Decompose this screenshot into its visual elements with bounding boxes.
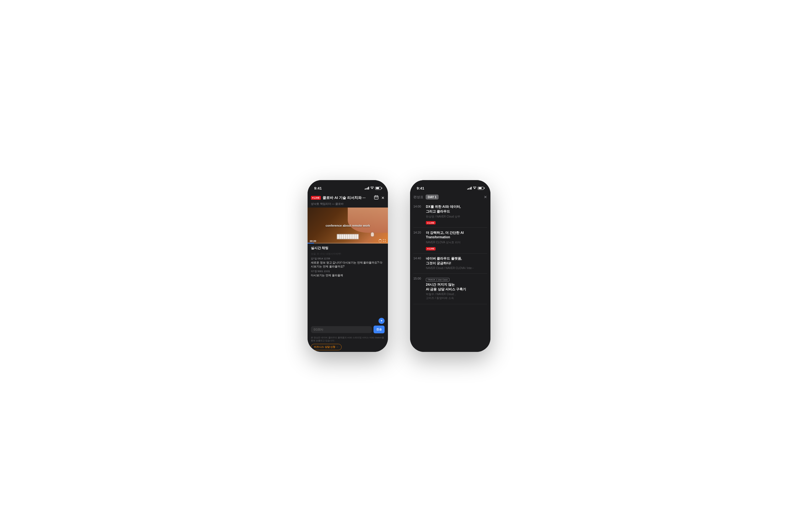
status-time-1: 9:41 — [314, 186, 322, 190]
track-badge-3: TRACK 1 Use Case — [426, 278, 450, 282]
schedule-speaker-0: 한상영 / NAVER Cloud 상무 — [426, 215, 476, 218]
notch-2 — [435, 180, 466, 188]
scroll-down-button[interactable]: ▼ — [379, 318, 385, 324]
chat-text-2: 다시보기는 언제 올라올께 — [311, 273, 385, 277]
chat-message-2: 이*정 5001 13:01 다시보기는 언제 올라올께 — [311, 270, 385, 277]
video-time: 00:20 — [310, 240, 316, 243]
schedule-item-2[interactable]: 14:40 네이버 클라우드 플랫폼,그것이 궁금하다! NAVER Cloud… — [413, 253, 487, 274]
subtitle-1: 성낙호 책임리더 — 클로바 — [307, 202, 388, 208]
wifi-icon-2 — [473, 187, 476, 190]
day-badge[interactable]: DAY 1 — [425, 194, 439, 200]
mouse-visual — [371, 232, 374, 236]
screen-1: 9:41 — [307, 180, 388, 352]
app-title-1: 클로바 AI 기술 리서치와 ··· — [323, 195, 373, 200]
schedule-time-3: 15:00 — [413, 277, 423, 302]
close-icon-1[interactable]: ✕ — [381, 196, 385, 200]
schedule-speaker-3: 박철우 / NAVER Cloud ,고미즈 / 동양미래 소속 — [426, 292, 476, 300]
schedule-item-0[interactable]: 14:00 DX를 위한 AI와 데이터,그리고 클라우드 한상영 / NAVE… — [413, 202, 487, 228]
status-time-2: 9:41 — [417, 186, 424, 190]
video-bg-1: conference about remote work — [307, 208, 388, 244]
schedule-speaker-1: NAVER CLOVA 성닉호 리더 — [426, 241, 476, 244]
live-badge-item-1: ● LIVE — [426, 247, 436, 250]
svg-rect-0 — [374, 196, 378, 199]
chat-input[interactable] — [311, 326, 372, 333]
video-area-1[interactable]: conference about remote work 00:20 — [307, 208, 388, 244]
phone-2: 9:41 — [410, 180, 491, 352]
live-badge-item-0: ● LIVE — [426, 221, 436, 225]
live-dot-1 — [312, 197, 314, 198]
status-icons-1 — [365, 187, 382, 190]
keyboard-visual — [337, 234, 359, 240]
schedule-title-3: 24시간 꺼지지 않는AI 금융 상담 서비스 구축기 — [426, 282, 487, 292]
chat-message-0: 성을 유 녀식 네명사마에뿌! — [311, 252, 385, 256]
chevron-down-icon: ▼ — [380, 320, 383, 322]
schedule-title-1: 더 강력하고, 더 간단한 AITransformation — [426, 230, 487, 240]
chat-message-1: 김*일 0814 12:59 새로운 정보 얻고 갑니다! 다시보기는 언제 올… — [311, 257, 385, 268]
signal-icon-2 — [467, 187, 472, 190]
wifi-icon-1 — [370, 187, 374, 190]
schedule-speaker-2: NAVER Cloud / NAVER CLOVA / Inte··· — [426, 267, 476, 270]
live-badge-1: LIVE — [311, 196, 321, 200]
chat-text-1: 새로운 정보 얻고 갑니다! 다시보기는 언제 올라올까요? 다시보기는 언제 … — [311, 261, 385, 268]
schedule-item-3[interactable]: 15:00 TRACK 1 Use Case 24시간 꺼지지 않는AI 금융 … — [413, 274, 487, 305]
biz-consult-button[interactable]: 비즈니스 상담 신청 → — [311, 344, 342, 350]
schedule-time-0: 14:00 — [413, 205, 423, 225]
phone-1: 9:41 — [307, 180, 388, 352]
schedule-info-3: TRACK 1 Use Case 24시간 꺼지지 않는AI 금융 상담 서비스… — [426, 277, 487, 302]
footer-note: 본 영상은 네이버 클라우드 플랫폼의 VOD 스트리밍 서비스 VOD Sta… — [307, 335, 388, 352]
video-progress-fill — [307, 243, 314, 244]
chat-user-2: 이*정 5001 13:01 — [311, 270, 385, 273]
schedule-info-2: 네이버 클라우드 플랫폼,그것이 궁금하다! NAVER Cloud / NAV… — [426, 256, 487, 271]
schedule-time-1: 14:20 — [413, 230, 423, 251]
chat-gradient — [311, 313, 385, 324]
calendar-icon[interactable] — [374, 195, 379, 200]
signal-icon-1 — [365, 187, 369, 190]
battery-icon-1 — [375, 187, 381, 190]
schedule-item-1[interactable]: 14:20 더 강력하고, 더 간단한 AITransformation NAV… — [413, 228, 487, 254]
phone-1-content: LIVE 클로바 AI 기술 리서치와 ··· ✕ 성낙호 책임리더 — 클로바 — [307, 193, 388, 352]
header-icons-1: ✕ — [374, 195, 385, 200]
schedule-close-icon[interactable]: ✕ — [484, 195, 487, 199]
schedule-list: 14:00 DX를 위한 AI와 데이터,그리고 클라우드 한상영 / NAVE… — [410, 202, 491, 352]
schedule-info-1: 더 강력하고, 더 간단한 AITransformation NAVER CLO… — [426, 230, 487, 251]
video-progress-bar[interactable] — [307, 243, 388, 244]
schedule-content: 편성표 DAY 1 ✕ 14:00 DX를 위한 AI와 데이터,그리고 클라우… — [410, 192, 491, 352]
chat-send-button[interactable]: 전송 — [374, 326, 385, 333]
chat-input-area: 전송 — [311, 324, 385, 335]
status-icons-2 — [467, 187, 484, 190]
video-overlay-text: conference about remote work — [326, 224, 370, 227]
screen-2: 9:41 — [410, 180, 491, 352]
chat-messages: 성을 유 녀식 네명사마에뿌! 김*일 0814 12:59 새로운 정보 얻고… — [311, 252, 385, 324]
battery-icon-2 — [478, 187, 484, 190]
chat-section: 실시간 채팅 성을 유 녀식 네명사마에뿌! 김*일 0814 12:59 새로… — [307, 244, 388, 335]
schedule-time-2: 14:40 — [413, 256, 423, 271]
video-spinner — [379, 239, 382, 243]
fullscreen-icon[interactable] — [383, 239, 386, 243]
person-silhouette — [348, 208, 388, 233]
chat-title: 실시간 채팅 — [311, 246, 385, 250]
schedule-title-2: 네이버 클라우드 플랫폼,그것이 궁금하다! — [426, 256, 487, 266]
schedule-info-0: DX를 위한 AI와 데이터,그리고 클라우드 한상영 / NAVER Clou… — [426, 205, 487, 225]
scene: 9:41 — [200, 133, 598, 399]
chat-user-0: 성을 유 녀식 네명사마에뿌! — [311, 252, 385, 256]
schedule-title-0: DX를 위한 AI와 데이터,그리고 클라우드 — [426, 205, 487, 214]
app-header-1: LIVE 클로바 AI 기술 리서치와 ··· ✕ — [307, 193, 388, 202]
schedule-label: 편성표 — [413, 195, 423, 200]
chat-user-1: 김*일 0814 12:59 — [311, 257, 385, 261]
schedule-header: 편성표 DAY 1 ✕ — [410, 192, 491, 202]
notch-1 — [332, 180, 363, 188]
